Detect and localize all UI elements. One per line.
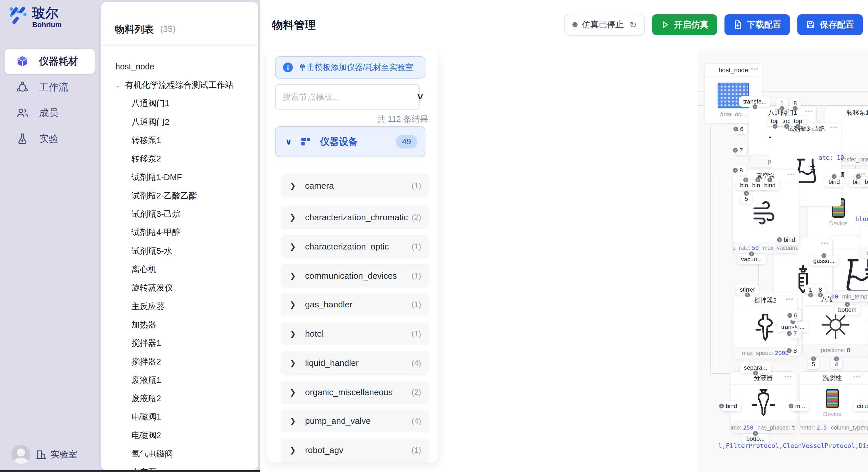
port-7[interactable]: 7› bbox=[735, 145, 747, 156]
port-dot-icon[interactable]: › bbox=[749, 251, 754, 256]
port-6[interactable]: 6› bbox=[736, 124, 747, 134]
port-separa[interactable]: separa...‹ bbox=[740, 363, 771, 373]
port-dot-icon[interactable]: › bbox=[755, 177, 760, 182]
port-7[interactable]: 7› bbox=[789, 328, 801, 339]
category-camera[interactable]: ❯camera(1) bbox=[281, 174, 429, 197]
port-top[interactable]: top‹ bbox=[789, 116, 806, 126]
port-dot-icon[interactable]: › bbox=[777, 237, 782, 242]
port-dot-icon[interactable]: › bbox=[811, 357, 816, 361]
sim-status-pill[interactable]: 仿真已停止 ↻ bbox=[564, 14, 645, 36]
node-menu-icon[interactable]: ••• bbox=[784, 373, 792, 380]
port-dot-icon[interactable]: ‹ bbox=[795, 124, 800, 129]
tree-item[interactable]: ⌄有机化学流程综合测试工作站 bbox=[101, 77, 272, 93]
port-bind[interactable]: bind› bbox=[760, 180, 780, 191]
port-dot-icon[interactable]: ‹ bbox=[780, 106, 784, 111]
port-5[interactable]: 5› bbox=[808, 359, 819, 369]
port-stirrer[interactable]: stirrer‹ bbox=[736, 284, 759, 295]
node-menu-icon[interactable]: ••• bbox=[805, 108, 813, 115]
port-4[interactable]: 4› bbox=[831, 359, 842, 369]
port-dot-icon[interactable]: ‹ bbox=[784, 124, 789, 129]
category-pump_and_valve[interactable]: ❯pump_and_valve(4) bbox=[281, 409, 429, 432]
port-dot-icon[interactable]: ‹ bbox=[793, 106, 798, 111]
port-dot-icon[interactable]: ‹ bbox=[818, 293, 823, 297]
sidebar-footer[interactable]: 实验室 bbox=[11, 445, 77, 464]
port-bind[interactable]: bind› bbox=[780, 235, 799, 245]
sidebar-item-工作流[interactable]: 工作流 bbox=[5, 74, 95, 100]
node-params: diameter: 2.5column_type: si bbox=[800, 422, 865, 433]
node-menu-icon[interactable]: ••• bbox=[830, 124, 838, 131]
sidebar-item-实验[interactable]: 实验 bbox=[5, 126, 95, 151]
port-gasso[interactable]: gasso...› bbox=[809, 256, 838, 266]
port-dot-icon[interactable]: › bbox=[719, 404, 724, 409]
port-bind[interactable]: bind› bbox=[861, 177, 868, 187]
lab-entry[interactable]: 实验室 bbox=[36, 448, 77, 461]
node-menu-icon[interactable]: ••• bbox=[787, 171, 795, 178]
port-dot-icon[interactable]: › bbox=[733, 168, 738, 173]
download-config-button[interactable]: 下载配置 bbox=[724, 14, 790, 35]
tree-item[interactable]: host_node bbox=[101, 59, 273, 74]
port-dot-icon[interactable]: ‹ bbox=[752, 104, 757, 109]
port-dot-icon[interactable]: › bbox=[821, 253, 826, 258]
sidebar-item-label: 工作流 bbox=[39, 80, 68, 94]
port-8[interactable]: 8‹ bbox=[815, 284, 826, 295]
port-m[interactable]: m...› bbox=[792, 401, 809, 411]
category-group-instruments[interactable]: ∨ 仪器设备 49 bbox=[275, 126, 425, 157]
category-liquid_handler[interactable]: ❯liquid_handler(4) bbox=[281, 351, 429, 374]
port-dot-icon[interactable]: › bbox=[834, 357, 839, 361]
category-communication_devices[interactable]: ❯communication_devices(1) bbox=[281, 264, 429, 287]
graph-canvas[interactable]: 有机化学流程综合测试工作站 host_node•••host_no...八通阀门… bbox=[698, 49, 868, 472]
port-dot-icon[interactable]: › bbox=[753, 431, 758, 436]
category-characterization_optic[interactable]: ❯characterization_optic(1) bbox=[281, 235, 429, 258]
port-8[interactable]: 8› bbox=[789, 345, 801, 356]
category-hotel[interactable]: ❯hotel(1) bbox=[281, 322, 429, 345]
wind-icon bbox=[750, 196, 782, 228]
port-5[interactable]: 5› bbox=[741, 194, 752, 204]
port-dot-icon[interactable]: › bbox=[845, 302, 849, 307]
chevron-down-icon[interactable]: ⌄ bbox=[115, 81, 121, 89]
refresh-icon[interactable]: ↻ bbox=[629, 20, 637, 30]
port-6[interactable]: 6› bbox=[790, 310, 801, 321]
port-dot-icon[interactable]: ‹ bbox=[745, 293, 750, 297]
port-dot-icon[interactable]: › bbox=[787, 348, 792, 353]
node-menu-icon[interactable]: ••• bbox=[854, 373, 861, 380]
port-dot-icon[interactable]: ‹ bbox=[753, 370, 758, 375]
port-dot-icon[interactable]: ‹ bbox=[772, 124, 777, 129]
port-botto[interactable]: botto...› bbox=[742, 434, 769, 444]
avatar[interactable] bbox=[11, 445, 30, 464]
category-characterization_chromatic[interactable]: ❯characterization_chromatic(2) bbox=[281, 206, 429, 229]
port-dot-icon[interactable]: › bbox=[767, 177, 772, 182]
save-config-button[interactable]: 保存配置 bbox=[797, 14, 863, 35]
port-bottom[interactable]: bottom› bbox=[834, 305, 861, 315]
node-card[interactable]: 200min_temp: -20has_heat bbox=[831, 291, 868, 303]
port-dot-icon[interactable]: ‹ bbox=[808, 293, 813, 297]
port-dot-icon[interactable]: › bbox=[743, 177, 748, 182]
port-dot-icon[interactable]: › bbox=[733, 127, 738, 132]
port-8[interactable]: 8› bbox=[735, 165, 747, 175]
node-menu-icon[interactable]: ••• bbox=[821, 240, 829, 247]
sidebar-item-成员[interactable]: 成员 bbox=[5, 100, 95, 126]
port-dot-icon[interactable]: › bbox=[832, 174, 836, 179]
port-label: bind bbox=[764, 182, 776, 189]
port-transfe[interactable]: transfe...‹ bbox=[739, 96, 771, 107]
sidebar-item-仪器耗材[interactable]: 仪器耗材 bbox=[5, 49, 95, 74]
start-simulation-button[interactable]: 开启仿真 bbox=[652, 14, 717, 35]
port-colum[interactable]: colum...› bbox=[853, 401, 868, 411]
port-1[interactable]: 1‹ bbox=[776, 98, 787, 108]
chevron-down-icon[interactable]: ˅ bbox=[417, 91, 423, 102]
node-menu-icon[interactable]: ••• bbox=[786, 296, 794, 303]
port-8[interactable]: 8‹ bbox=[789, 98, 801, 108]
port-dot-icon[interactable]: › bbox=[787, 331, 792, 336]
port-dot-icon[interactable]: › bbox=[744, 191, 749, 196]
port-vacuu[interactable]: vacuu...› bbox=[737, 254, 766, 264]
port-dot-icon[interactable]: › bbox=[733, 148, 738, 153]
port-dot-icon[interactable]: › bbox=[856, 174, 861, 179]
search-input[interactable] bbox=[275, 84, 420, 109]
port-dot-icon[interactable]: › bbox=[789, 404, 794, 409]
port-bind[interactable]: bind› bbox=[825, 177, 844, 187]
port-dot-icon[interactable]: › bbox=[787, 313, 792, 318]
category-robot_agv[interactable]: ❯robot_agv(1) bbox=[281, 439, 429, 462]
port-bind[interactable]: bind› bbox=[722, 401, 741, 411]
category-organic_miscellaneous[interactable]: ❯organic_miscellaneous(2) bbox=[281, 381, 429, 404]
node-menu-icon[interactable]: ••• bbox=[751, 66, 758, 72]
category-gas_handler[interactable]: ❯gas_handler(1) bbox=[281, 293, 429, 316]
